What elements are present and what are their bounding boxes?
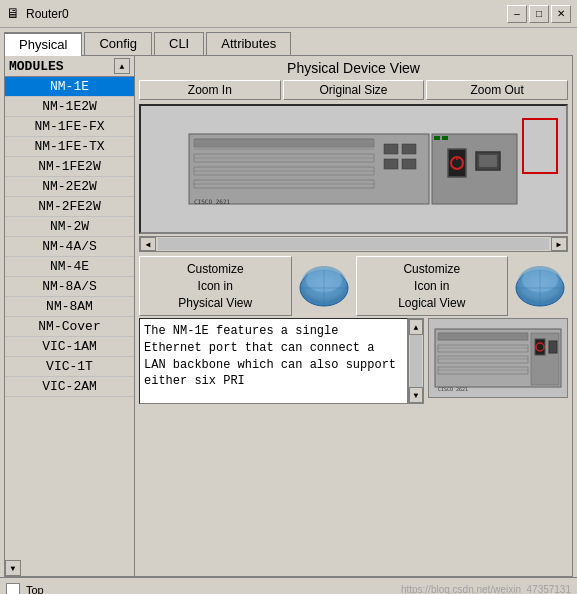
svg-rect-13 [384,159,398,169]
modules-label: MODULES [9,59,64,74]
window-title: Router0 [26,7,69,21]
svg-rect-15 [432,134,517,204]
router-diagram: CISCO 2621 [184,124,524,214]
watermark: https://blog.csdn.net/weixin_47357131 [401,584,571,594]
sidebar-scroll-down[interactable]: ▼ [5,560,21,576]
sidebar-item-nm1fetx[interactable]: NM-1FE-TX [5,137,134,157]
router-svg-physical [296,262,352,310]
sidebar: MODULES ▲ NM-1E NM-1E2W NM-1FE-FX NM-1FE… [5,56,135,576]
desc-scroll-up[interactable]: ▲ [409,319,423,335]
zoom-out-button[interactable]: Zoom Out [426,80,568,100]
tab-bar: Physical Config CLI Attributes [0,28,577,55]
top-label: Top [26,584,44,595]
desc-text-container: The NM-1E features a single Ethernet por… [139,318,424,404]
customize-physical-button[interactable]: CustomizeIcon inPhysical View [139,256,292,316]
scrollbar-left-arrow[interactable]: ◀ [140,237,156,251]
sidebar-header: MODULES ▲ [5,56,134,77]
close-button[interactable]: ✕ [551,5,571,23]
tab-physical[interactable]: Physical [4,32,82,56]
tab-config[interactable]: Config [84,32,152,55]
title-bar: 🖥 Router0 – □ ✕ [0,0,577,28]
svg-text:CISCO 2621: CISCO 2621 [194,198,231,205]
svg-rect-48 [549,341,557,353]
svg-rect-21 [434,136,440,140]
router-svg-logical [512,262,568,310]
scrollbar-right-arrow[interactable]: ▶ [551,237,567,251]
device-thumbnail: CISCO 2621 [428,318,568,398]
sidebar-item-nm1e2w[interactable]: NM-1E2W [5,97,134,117]
zoom-bar: Zoom In Original Size Zoom Out [135,80,572,104]
desc-scrollbar[interactable]: ▲ ▼ [408,318,424,404]
sidebar-item-nm4e[interactable]: NM-4E [5,257,134,277]
customize-row: CustomizeIcon inPhysical View [135,254,572,318]
svg-rect-35 [438,333,528,340]
desc-scroll-down[interactable]: ▼ [409,387,423,403]
svg-rect-1 [194,139,374,147]
main-content: MODULES ▲ NM-1E NM-1E2W NM-1FE-FX NM-1FE… [4,55,573,577]
sidebar-item-nm4as[interactable]: NM-4A/S [5,237,134,257]
sidebar-scroll-up[interactable]: ▲ [114,58,130,74]
sidebar-item-nm1e[interactable]: NM-1E [5,77,134,97]
svg-rect-14 [402,159,416,169]
sidebar-item-nm1fefx[interactable]: NM-1FE-FX [5,117,134,137]
sidebar-item-nm8as[interactable]: NM-8A/S [5,277,134,297]
sidebar-item-nm1fe2w[interactable]: NM-1FE2W [5,157,134,177]
svg-text:CISCO 2621: CISCO 2621 [438,386,468,392]
status-left: Top [6,583,44,595]
original-size-button[interactable]: Original Size [283,80,425,100]
sidebar-item-nmcover[interactable]: NM-Cover [5,317,134,337]
device-view: CISCO 2621 [139,104,568,234]
svg-rect-20 [479,155,497,167]
sidebar-item-nm2w[interactable]: NM-2W [5,217,134,237]
device-thumb-svg: CISCO 2621 [433,319,563,397]
router-image: CISCO 2621 [141,106,566,232]
sidebar-item-nm2e2w[interactable]: NM-2E2W [5,177,134,197]
scrollbar-track[interactable] [158,238,549,250]
svg-rect-12 [402,144,416,154]
router-icon-physical [296,258,352,314]
svg-rect-11 [384,144,398,154]
description-area: The NM-1E features a single Ethernet por… [135,318,572,408]
tab-attributes[interactable]: Attributes [206,32,291,55]
top-checkbox[interactable] [6,583,20,595]
router-icon-logical [512,258,568,314]
maximize-button[interactable]: □ [529,5,549,23]
customize-logical-button[interactable]: CustomizeIcon inLogical View [356,256,509,316]
sidebar-item-nm2fe2w[interactable]: NM-2FE2W [5,197,134,217]
right-panel: Physical Device View Zoom In Original Si… [135,56,572,576]
svg-rect-22 [442,136,448,140]
sidebar-item-vic1am[interactable]: VIC-1AM [5,337,134,357]
zoom-in-button[interactable]: Zoom In [139,80,281,100]
tab-cli[interactable]: CLI [154,32,204,55]
desc-scroll-track [410,335,422,387]
sidebar-item-vic2am[interactable]: VIC-2AM [5,377,134,397]
red-highlight-box [522,118,558,174]
sidebar-item-vic1t[interactable]: VIC-1T [5,357,134,377]
sidebar-item-nm8am[interactable]: NM-8AM [5,297,134,317]
title-controls: – □ ✕ [507,5,571,23]
title-bar-left: 🖥 Router0 [6,6,69,22]
app-icon: 🖥 [6,6,20,22]
minimize-button[interactable]: – [507,5,527,23]
sidebar-scroll[interactable]: NM-1E NM-1E2W NM-1FE-FX NM-1FE-TX NM-1FE… [5,77,134,560]
panel-title: Physical Device View [135,56,572,80]
status-bar: Top https://blog.csdn.net/weixin_4735713… [0,577,577,594]
horizontal-scrollbar[interactable]: ◀ ▶ [139,236,568,252]
description-text: The NM-1E features a single Ethernet por… [139,318,408,404]
